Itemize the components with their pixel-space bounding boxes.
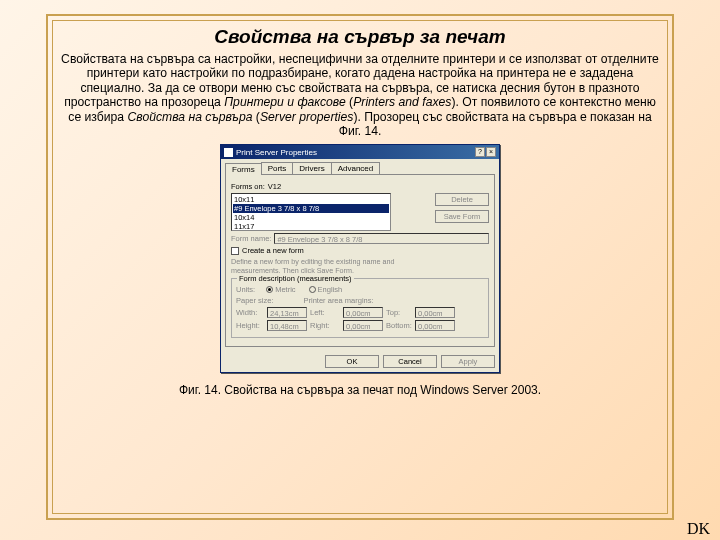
para-text: ). Прозорец със свойствата на сървъра е …	[339, 110, 652, 138]
radio-english[interactable]	[309, 286, 316, 293]
group-legend: Form description (measurements)	[237, 274, 354, 283]
units-label: Units:	[236, 285, 255, 294]
para-italic: Принтери и факсове	[224, 95, 345, 109]
delete-button[interactable]: Delete	[435, 193, 489, 206]
forms-listbox[interactable]: 10x11 #9 Envelope 3 7/8 x 8 7/8 10x14 11…	[231, 193, 391, 231]
radio-english-label: English	[318, 285, 343, 294]
left-field[interactable]: 0,00cm	[343, 307, 383, 318]
page-title: Свойства на сървър за печат	[58, 26, 662, 48]
save-form-button[interactable]: Save Form	[435, 210, 489, 223]
list-item[interactable]: 10x11	[233, 195, 389, 204]
window-icon	[224, 148, 233, 157]
tab-body: Forms on: V12 10x11 #9 Envelope 3 7/8 x …	[225, 174, 495, 347]
para-text: (	[252, 110, 259, 124]
help-text: Define a new form by editing the existin…	[231, 257, 489, 266]
forms-on-value: V12	[268, 182, 281, 191]
bottom-label: Bottom:	[386, 321, 412, 330]
para-italic: Printers and faxes	[353, 95, 451, 109]
new-form-label: Create a new form	[242, 246, 304, 255]
top-field[interactable]: 0,00cm	[415, 307, 455, 318]
tab-forms[interactable]: Forms	[225, 163, 262, 175]
radio-metric-label: Metric	[275, 285, 295, 294]
apply-button[interactable]: Apply	[441, 355, 495, 368]
width-label: Width:	[236, 308, 264, 317]
height-label: Height:	[236, 321, 264, 330]
margins-label: Printer area margins:	[304, 296, 374, 305]
dialog-buttons: OK Cancel Apply	[221, 351, 499, 372]
cancel-button[interactable]: Cancel	[383, 355, 437, 368]
form-name-label: Form name:	[231, 234, 271, 243]
form-description-group: Form description (measurements) Units: M…	[231, 278, 489, 338]
list-item[interactable]: 10x14	[233, 213, 389, 222]
body-paragraph: Свойствата на сървъра са настройки, несп…	[58, 52, 662, 138]
right-label: Right:	[310, 321, 340, 330]
slide-content: Свойства на сървър за печат Свойствата н…	[58, 26, 662, 506]
list-item[interactable]: 11x17	[233, 222, 389, 231]
width-field[interactable]: 24,13cm	[267, 307, 307, 318]
window-title: Print Server Properties	[236, 148, 317, 157]
ok-button[interactable]: OK	[325, 355, 379, 368]
new-form-checkbox[interactable]	[231, 247, 239, 255]
tab-drivers[interactable]: Drivers	[292, 162, 331, 174]
titlebar[interactable]: Print Server Properties ? ×	[221, 145, 499, 159]
corner-mark: DK	[687, 520, 710, 538]
height-field[interactable]: 10,48cm	[267, 320, 307, 331]
right-field[interactable]: 0,00cm	[343, 320, 383, 331]
tabs: Forms Ports Drivers Advanced	[221, 159, 499, 174]
tab-advanced[interactable]: Advanced	[331, 162, 381, 174]
figure-caption: Фиг. 14. Свойства на сървъра за печат по…	[58, 383, 662, 397]
para-italic: Server properties	[260, 110, 353, 124]
paper-size-label: Paper size:	[236, 296, 274, 305]
radio-metric[interactable]	[266, 286, 273, 293]
forms-on-label: Forms on:	[231, 182, 265, 191]
list-item[interactable]: #9 Envelope 3 7/8 x 8 7/8	[233, 204, 389, 213]
close-button[interactable]: ×	[486, 147, 496, 157]
left-label: Left:	[310, 308, 340, 317]
form-name-field[interactable]: #9 Envelope 3 7/8 x 8 7/8	[274, 233, 489, 244]
para-italic: Свойства на сървъра	[128, 110, 253, 124]
top-label: Top:	[386, 308, 412, 317]
bottom-field[interactable]: 0,00cm	[415, 320, 455, 331]
help-button[interactable]: ?	[475, 147, 485, 157]
tab-ports[interactable]: Ports	[261, 162, 294, 174]
print-server-dialog: Print Server Properties ? × Forms Ports …	[220, 144, 500, 373]
